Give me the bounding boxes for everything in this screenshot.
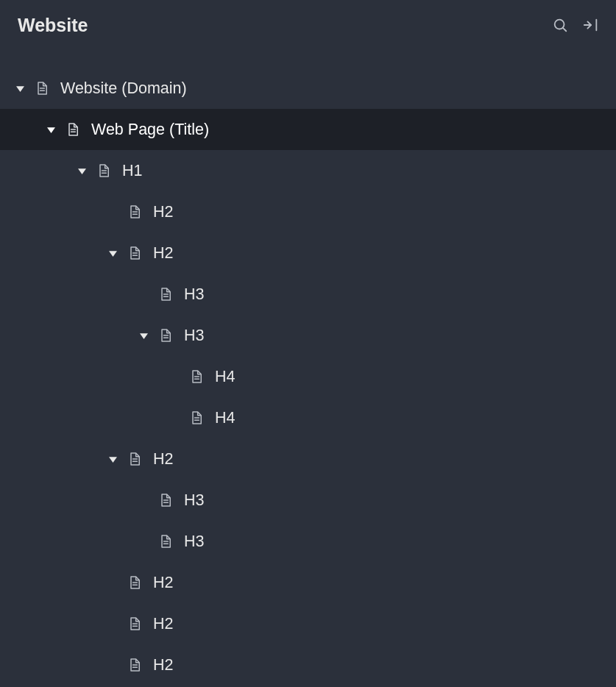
document-icon: [157, 285, 174, 304]
chevron-down-icon[interactable]: [107, 248, 118, 258]
indent-spacer: [15, 665, 107, 666]
document-icon: [157, 491, 174, 510]
panel-header: Website: [0, 0, 616, 50]
tree-row[interactable]: H3: [0, 315, 616, 356]
tree-row-label: H2: [153, 656, 173, 674]
document-icon: [127, 243, 143, 263]
indent-spacer: [15, 459, 107, 460]
document-icon: [157, 326, 174, 345]
indent-spacer: [15, 253, 107, 254]
collapse-panel-icon[interactable]: [582, 16, 600, 34]
search-icon[interactable]: [551, 16, 569, 34]
indent-spacer: [15, 335, 138, 336]
tree-row[interactable]: Web Page (Title): [0, 109, 616, 150]
tree-row-label: H2: [153, 615, 173, 633]
svg-line-1: [563, 28, 566, 31]
tree-row[interactable]: H2: [0, 438, 616, 480]
document-icon: [127, 614, 143, 633]
chevron-down-icon[interactable]: [138, 330, 149, 341]
tree-row[interactable]: H3: [0, 480, 616, 521]
tree-row-label: H3: [184, 533, 204, 551]
tree-row-label: H2: [153, 203, 173, 221]
indent-spacer: [15, 624, 107, 624]
tree-row-label: H2: [153, 574, 173, 592]
chevron-down-icon[interactable]: [77, 165, 87, 176]
tree-row-label: Web Page (Title): [91, 121, 209, 139]
tree-row[interactable]: H2: [0, 232, 616, 274]
outline-tree: Website (Domain)Web Page (Title)H1H2H2H3…: [0, 50, 616, 686]
tree-row-label: H2: [153, 244, 173, 263]
indent-spacer: [15, 129, 46, 130]
tree-row[interactable]: H2: [0, 603, 616, 644]
document-icon: [188, 367, 205, 386]
tree-row-label: H3: [184, 327, 204, 345]
tree-row[interactable]: H4: [0, 397, 616, 438]
tree-row[interactable]: H3: [0, 274, 616, 315]
document-icon: [127, 655, 143, 674]
tree-row-label: H3: [184, 491, 204, 510]
panel-title: Website: [18, 15, 88, 36]
header-actions: [551, 16, 600, 34]
indent-spacer: [15, 212, 107, 213]
tree-row[interactable]: Website (Domain): [0, 68, 616, 109]
tree-row-label: H4: [215, 409, 235, 427]
document-icon: [127, 202, 143, 221]
tree-row-label: H4: [215, 368, 235, 386]
document-icon: [127, 573, 143, 592]
document-icon: [96, 161, 112, 180]
tree-row[interactable]: H4: [0, 356, 616, 397]
indent-spacer: [15, 583, 107, 583]
document-icon: [188, 408, 205, 427]
tree-row-label: H2: [153, 450, 173, 469]
indent-spacer: [15, 377, 169, 377]
chevron-down-icon[interactable]: [15, 83, 25, 93]
indent-spacer: [15, 171, 77, 171]
tree-row[interactable]: H2: [0, 191, 616, 232]
indent-spacer: [15, 294, 138, 295]
indent-spacer: [15, 500, 138, 501]
tree-row[interactable]: H2: [0, 644, 616, 686]
document-icon: [65, 120, 81, 139]
indent-spacer: [15, 418, 169, 419]
chevron-down-icon[interactable]: [46, 124, 56, 135]
document-icon: [34, 79, 50, 98]
chevron-down-icon[interactable]: [107, 454, 118, 464]
tree-row[interactable]: H3: [0, 521, 616, 562]
tree-row[interactable]: H1: [0, 150, 616, 191]
tree-row-label: H1: [122, 162, 142, 180]
tree-row-label: H3: [184, 285, 204, 304]
document-icon: [157, 532, 174, 551]
indent-spacer: [15, 541, 138, 542]
document-icon: [127, 449, 143, 469]
tree-row[interactable]: H2: [0, 562, 616, 603]
tree-row-label: Website (Domain): [60, 79, 187, 98]
